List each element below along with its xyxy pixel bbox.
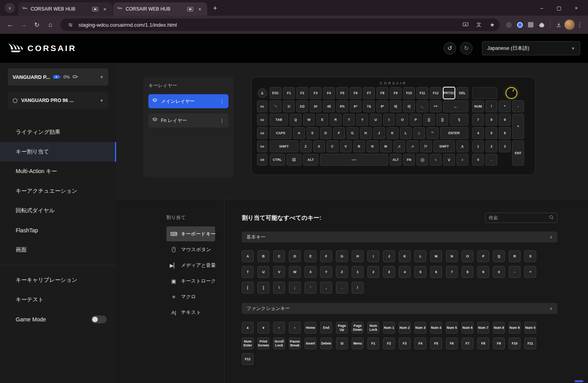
keyboard-key[interactable]: M [380,140,392,152]
assignable-key[interactable]: F [320,250,332,262]
assignable-key[interactable]: Num 7 [477,322,489,334]
assignable-key[interactable]: K [399,250,411,262]
keyboard-key[interactable]: PRTSC [443,87,455,99]
translate-icon[interactable]: 文 [474,20,484,30]
keyboard-key[interactable]: 9 [499,114,511,126]
keyboard-key[interactable]: TAB [270,114,288,126]
address-bar[interactable]: staging-wdcu.corsairrnd.com/1.1/index.ht… [60,18,500,31]
keyboard-key[interactable]: FN [403,154,415,166]
assignable-key[interactable]: ' [305,282,316,294]
assignable-key[interactable]: Num 5 [446,322,458,334]
assignable-key[interactable]: 8 [462,266,473,278]
tab-close-button[interactable]: × [196,5,203,13]
keyboard-key[interactable]: F [333,127,345,139]
assignable-key[interactable]: 3 [383,266,395,278]
keyboard-key[interactable]: ALT [303,154,318,166]
keyboard-key[interactable]: D [320,127,332,139]
keyboard-key[interactable]: / [486,100,497,112]
assignable-key[interactable]: 1 [352,266,363,278]
undo-button[interactable]: ↺ [444,42,456,55]
assign-item[interactable]: ▶▏メディアと音量 [166,258,215,273]
maximize-button[interactable]: ▢ [550,0,568,16]
assignable-key[interactable]: Insert [305,337,316,349]
assignable-key[interactable]: F3 [399,337,411,349]
assignable-key[interactable]: S [524,250,536,262]
redo-button[interactable]: ↻ [460,42,473,55]
sidebar-item[interactable]: キー割り当て [0,142,116,162]
keyboard-key[interactable]: ⊞ [287,154,302,166]
sidebar-item[interactable]: ライティング効果 [0,122,116,142]
keyboard-key[interactable]: -_ [416,100,428,112]
keyboard-key[interactable]: 1 [472,140,484,152]
keyboard-key[interactable]: ,< [393,140,405,152]
assign-item[interactable]: ▣キーストローク [166,274,215,288]
keyboard-key[interactable]: ‹ [430,154,442,166]
model-selector[interactable]: VANGUARD PRO 96 ... ▼ [8,92,108,109]
assignable-key[interactable]: Num 0 [524,322,536,334]
assignable-key[interactable]: F4 [415,337,426,349]
assignable-key[interactable]: F7 [462,337,473,349]
gkey[interactable]: G5 [257,154,267,166]
keyboard-key[interactable]: CTRL [270,154,285,166]
assignable-key[interactable]: N [446,250,458,262]
assignable-key[interactable]: F1 [367,337,379,349]
kebab-menu-icon[interactable]: ⋮ [219,98,225,104]
assignable-key[interactable]: Y [320,266,332,278]
kebab-menu-icon[interactable]: ⋮ [219,118,225,124]
assignable-key[interactable]: [ [242,282,254,294]
assignable-key[interactable]: F2 [383,337,395,349]
assignable-key[interactable]: / [352,282,363,294]
keyboard-key[interactable]: F11 [416,87,428,99]
gkey[interactable]: G2 [257,114,267,126]
assignable-key[interactable]: Num 9 [509,322,520,334]
assignable-key[interactable]: - [509,266,520,278]
keyboard-key[interactable]: ALT [390,154,402,166]
assignable-key[interactable]: G [336,250,348,262]
assignable-key[interactable]: 4 [399,266,411,278]
keyboard-key[interactable]: 5 [486,127,497,139]
assignable-key[interactable]: Num Enter [242,337,254,349]
tab-search-button[interactable]: ∨ [5,3,15,13]
extension-icon-1[interactable] [504,20,514,30]
keyboard-key[interactable]: G [347,127,358,139]
keyboard-key[interactable]: ESC [270,87,281,99]
profile-key[interactable] [257,87,267,99]
assignable-key[interactable]: F12 [242,353,254,365]
assignable-key[interactable]: Num 2 [399,322,411,334]
search-input[interactable] [489,215,546,221]
keyboard-key[interactable]: O [396,114,408,126]
assignable-key[interactable]: Z [336,266,348,278]
layer-item-fn[interactable]: Fn レイヤー ⋮ [148,113,228,128]
keyboard-key[interactable]: ◎ [416,154,428,166]
keyboard-key[interactable]: F2 [296,87,308,99]
assignable-key[interactable]: 2 [367,266,379,278]
gkey[interactable]: G1 [257,100,267,112]
keyboard-key[interactable]: /? [420,140,432,152]
game-mode-toggle[interactable] [91,316,107,323]
keyboard-key[interactable]: 6 [499,127,511,139]
extensions-puzzle-icon[interactable] [537,20,547,30]
assignable-key[interactable]: Page Down [352,322,363,334]
assignable-key[interactable]: J [383,250,395,262]
keyboard-key[interactable]: + [512,114,524,139]
assignable-key[interactable]: = [524,266,536,278]
keyboard-key[interactable]: F4 [323,87,335,99]
section-header[interactable]: ファンクションキー∧ [242,303,557,314]
assignable-key[interactable]: ; [289,282,301,294]
home-button[interactable]: ⌂ [44,18,57,31]
pwa-install-icon[interactable] [460,20,471,30]
keyboard-key[interactable]: 8 [486,114,497,126]
assign-item[interactable]: ⌨キーボードキー [166,226,215,241]
keyboard-key[interactable]: › [457,154,468,166]
sidebar-item[interactable]: Multi-Action キー [0,162,116,181]
assignable-key[interactable]: F5 [430,337,442,349]
media-key[interactable] [472,87,497,99]
keyboard-key[interactable]: ∨ [443,154,455,166]
assignable-key[interactable]: Num 4 [430,322,442,334]
keyboard-key[interactable]: B [353,140,365,152]
window-close-button[interactable]: × [568,0,585,16]
assignable-key[interactable]: Num 8 [493,322,505,334]
browser-tab-2[interactable]: CORSAIR WEB HUB × [113,2,207,16]
assignable-key[interactable]: U [257,266,269,278]
extension-icon-3[interactable] [526,20,536,30]
